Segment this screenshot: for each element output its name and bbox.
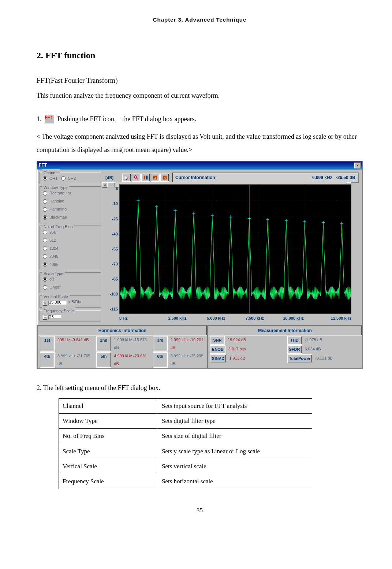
radio-512[interactable]: 512 — [43, 237, 98, 244]
vscale-unit: dB/Div — [69, 298, 81, 306]
measurement-cell: ENOB3.017 bits — [208, 345, 285, 354]
svg-point-0 — [134, 176, 137, 178]
vertical-scale-group: Vertical Scale ▲▼ dB/Div — [40, 295, 101, 308]
freq-bins-legend: No. of Freq Bins — [42, 223, 74, 231]
zoom-tool-icon[interactable] — [132, 174, 141, 182]
fft-settings-panel: Channel CH1 CH2 Window Type Rectangular … — [37, 170, 102, 326]
table-row: Frequency ScaleSets horizontal scale — [59, 474, 312, 489]
x-tick: 10.000 kHz — [274, 315, 313, 322]
y-tick: -100 — [110, 290, 118, 298]
radio-4096[interactable]: 4096 — [43, 261, 98, 268]
window-type-group: Window Type Rectangular Hanning Hamming … — [40, 186, 101, 223]
step-2: 2. The left setting menu of the FFT dial… — [37, 382, 363, 394]
y-axis-ticks: 5-10-25-40-55-70-85-100-115 — [110, 184, 118, 314]
fft-dialog: FFT × ◄ ► Channel CH1 CH2 Window Type Re… — [37, 161, 363, 369]
table-row: Scale TypeSets y scale type as Linear or… — [59, 444, 312, 459]
cursor-info-label: Cursor Information — [175, 174, 215, 182]
x-tick: 2.500 kHz — [158, 315, 197, 322]
measurement-cell: THD-1.978 dB — [285, 336, 362, 345]
x-axis-ticks: 0 Hz2.500 kHz5.000 kHz7.500 kHz10.000 kH… — [102, 314, 360, 324]
table-cell: Channel — [59, 398, 158, 413]
radio-blackman[interactable]: Blackman — [43, 213, 98, 221]
step-1: 1. Pushing the FFT icon, the FFT dialog … — [37, 113, 363, 125]
tool3-icon[interactable] — [141, 174, 150, 182]
intro-paragraph: This function analyze the frequency comp… — [37, 89, 363, 102]
table-row: Window TypeSets digital filter type — [59, 413, 312, 428]
page-number: 35 — [37, 505, 363, 516]
y-tick: -40 — [110, 230, 118, 238]
measurement-cell: SINAD1.913 dB — [208, 354, 285, 363]
dialog-title: FFT — [39, 161, 354, 170]
step1-number: 1. — [37, 115, 42, 123]
table-cell: No. of Freq Bins — [59, 429, 158, 444]
harmonic-cell: 4th3.999 kHz -21.705 dB — [38, 352, 94, 368]
y-axis-unit: [dB] — [105, 174, 113, 182]
y-tick: -85 — [110, 275, 118, 283]
cursor-ampl: -26.50 dB — [336, 175, 355, 180]
titlebar: FFT × — [37, 161, 362, 170]
fft-toolbar-icon[interactable] — [44, 114, 54, 123]
harmonic-cell: 2nd1.999 kHz -15.676 dB — [94, 336, 150, 352]
table-cell: Sets digital filter type — [158, 413, 312, 428]
x-tick: 7.500 kHz — [235, 315, 274, 322]
table-row: ChannelSets input source for FFT analysi… — [59, 398, 312, 413]
cursor-a-icon[interactable]: A — [151, 174, 160, 182]
radio-hanning[interactable]: Hanning — [43, 197, 98, 205]
settings-table: ChannelSets input source for FFT analysi… — [59, 398, 312, 490]
freq-bins-group: No. of Freq Bins 256 512 1024 2048 4096 — [40, 226, 101, 270]
step1-text: Pushing the FFT icon, the FFT dialog box… — [57, 115, 197, 123]
info-tables: Harmonics Information 1st999 Hz -9.641 d… — [37, 325, 362, 368]
x-tick: 0 Hz — [119, 315, 158, 322]
channel-legend: Channel — [42, 169, 60, 177]
table-cell: Scale Type — [59, 444, 158, 459]
table-cell: Sets input source for FFT analysis — [158, 398, 312, 413]
svg-rect-3 — [146, 176, 148, 180]
svg-line-1 — [137, 178, 138, 179]
measurement-cell: TotalPower-8.121 dB — [285, 354, 362, 363]
vertical-scale-legend: Vertical Scale — [42, 293, 70, 301]
table-row: No. of Freq BinsSets size of digital fil… — [59, 429, 312, 444]
fft-note: < The voltage component analyzed using F… — [37, 130, 363, 156]
window-type-legend: Window Type — [42, 184, 69, 191]
cursor-info-box: Cursor Information 6.999 kHz -26.50 dB — [172, 172, 359, 183]
table-cell: Vertical Scale — [59, 459, 158, 474]
x-tick: 12.500 kHz — [313, 315, 351, 322]
scale-type-legend: Scale Type — [42, 270, 65, 278]
scale-type-group: Scale Type dB Linear — [40, 272, 101, 293]
pointer-tool-icon[interactable] — [122, 174, 131, 182]
table-cell: Sets vertical scale — [158, 459, 312, 474]
measurement-table: SNR19.924 dBTHD-1.978 dBENOB3.017 bitsSF… — [208, 336, 362, 363]
chapter-heading: Chapter 3. Advanced Technique — [37, 15, 363, 25]
y-tick: -10 — [110, 200, 118, 208]
plot-toolbar: A B — [122, 174, 169, 182]
x-tick: 5.000 kHz — [197, 315, 235, 322]
radio-1024[interactable]: 1024 — [43, 245, 98, 252]
harmonics-heading: Harmonics Information — [38, 326, 207, 336]
y-tick: -70 — [110, 260, 118, 268]
cursor-freq: 6.999 kHz — [312, 175, 332, 180]
radio-linear[interactable]: Linear — [43, 283, 98, 291]
measurement-cell: SNR19.924 dB — [208, 336, 285, 345]
radio-2048[interactable]: 2048 — [43, 253, 98, 260]
frequency-scale-group: Frequency Scale ▲▼ — [40, 310, 101, 321]
table-row: Vertical ScaleSets vertical scale — [59, 459, 312, 474]
harmonic-cell: 3rd2.999 kHz -19.201 dB — [151, 336, 207, 352]
table-cell: Sets size of digital filter — [158, 429, 312, 444]
fft-spectrum-plot[interactable]: ▲ ▼ — [119, 184, 351, 314]
cursor-b-icon[interactable]: B — [160, 174, 169, 182]
frequency-scale-legend: Frequency Scale — [42, 307, 75, 315]
y-tick: 5 — [110, 185, 118, 193]
fft-plot-area: [dB] A B Cursor Information 6.999 kHz -2… — [102, 170, 362, 326]
harmonic-cell: 6th5.999 kHz -25.205 dB — [151, 352, 207, 368]
svg-text:A: A — [154, 176, 156, 179]
harmonic-cell: 5th4.999 kHz -23.631 dB — [94, 352, 150, 368]
radio-ch2[interactable]: CH2 — [61, 175, 76, 182]
table-cell: Frequency Scale — [59, 474, 158, 489]
table-cell: Window Type — [59, 413, 158, 428]
close-button[interactable]: × — [354, 163, 361, 168]
table-cell: Sets y scale type as Linear or Log scale — [158, 444, 312, 459]
measurement-heading: Measurement Information — [208, 326, 362, 336]
y-tick: -115 — [110, 305, 118, 313]
table-cell: Sets horizontal scale — [158, 474, 312, 489]
radio-hamming[interactable]: Hamming — [43, 205, 98, 213]
